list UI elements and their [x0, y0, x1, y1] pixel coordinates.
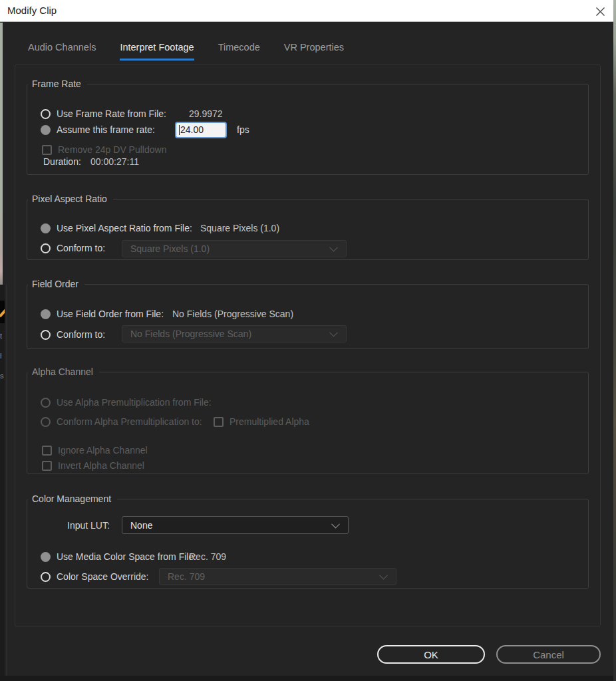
- text-caret: [179, 125, 180, 135]
- tab-timecode[interactable]: Timecode: [218, 42, 260, 61]
- dialog-title: Modify Clip: [7, 5, 57, 16]
- use-par-from-file-label: Use Pixel Aspect Ratio from File:: [57, 223, 200, 233]
- use-alpha-premult-from-file-radio: [41, 398, 51, 408]
- ignore-alpha-checkbox: [42, 446, 52, 456]
- close-button[interactable]: [592, 3, 608, 19]
- pixel-aspect-ratio-group-title: Pixel Aspect Ratio: [28, 194, 113, 204]
- background-window-sliver-left: [0, 23, 3, 285]
- invert-alpha-label: Invert Alpha Channel: [58, 460, 144, 471]
- field-order-conform-dropdown: No Fields (Progressive Scan): [122, 325, 347, 342]
- color-space-override-dropdown-value: Rec. 709: [168, 571, 205, 582]
- par-conform-dropdown: Square Pixels (1.0): [122, 240, 347, 257]
- dialog-titlebar: Modify Clip: [0, 0, 613, 22]
- invert-alpha-checkbox: [42, 461, 52, 471]
- use-alpha-premult-from-file-label: Use Alpha Premultiplication from File:: [57, 397, 212, 408]
- background-text-fragment: t: [0, 333, 5, 340]
- chevron-down-icon: [379, 571, 388, 580]
- field-order-conform-dropdown-value: No Fields (Progressive Scan): [130, 329, 251, 339]
- chevron-down-icon: [329, 243, 338, 252]
- fps-label: fps: [237, 124, 249, 135]
- background-window-sliver-right: [613, 0, 616, 681]
- field-order-group-title: Field Order: [28, 279, 84, 289]
- assume-frame-rate-label: Assume this frame rate:: [57, 124, 175, 135]
- alpha-channel-group-title: Alpha Channel: [28, 366, 99, 377]
- close-icon: [595, 7, 605, 17]
- input-lut-dropdown-value: None: [130, 520, 152, 531]
- color-management-group: Color Management Input LUT: None Use Med…: [27, 493, 589, 589]
- frame-rate-input-value: 24.00: [180, 124, 204, 135]
- chevron-down-icon: [329, 329, 338, 337]
- par-from-file-value: Square Pixels (1.0): [200, 223, 279, 233]
- use-media-color-space-radio[interactable]: [41, 552, 51, 562]
- frame-rate-group: Frame Rate Use Frame Rate from File: 29.…: [27, 78, 589, 175]
- background-text-fragment: s: [0, 372, 5, 380]
- field-order-group: Field Order Use Field Order from File: N…: [27, 279, 589, 349]
- par-conform-radio[interactable]: [41, 243, 51, 253]
- field-order-conform-radio[interactable]: [41, 330, 51, 340]
- tab-vr-properties[interactable]: VR Properties: [284, 42, 344, 61]
- color-space-override-radio[interactable]: [41, 572, 51, 582]
- tab-bar: Audio Channels Interpret Footage Timecod…: [28, 42, 344, 61]
- color-management-group-title: Color Management: [28, 493, 117, 504]
- frame-rate-from-file-value: 29.9972: [189, 108, 223, 119]
- chevron-down-icon: [331, 519, 340, 528]
- background-text-fragment: l: [0, 352, 5, 360]
- dialog-left-edge: [6, 285, 7, 676]
- ok-button[interactable]: OK: [377, 645, 485, 664]
- frame-rate-group-title: Frame Rate: [28, 78, 87, 89]
- clip-thumbnail-fragment: [0, 301, 5, 323]
- par-conform-label: Conform to:: [57, 243, 105, 253]
- use-frame-rate-from-file-label: Use Frame Rate from File:: [57, 108, 189, 119]
- premultiplied-alpha-checkbox: [214, 417, 224, 427]
- background-panel-sliver-left: t l s: [0, 285, 5, 681]
- remove-pulldown-label: Remove 24p DV Pulldown: [58, 144, 166, 155]
- field-order-conform-label: Conform to:: [57, 329, 105, 340]
- ignore-alpha-label: Ignore Alpha Channel: [58, 445, 148, 456]
- field-order-from-file-value: No Fields (Progressive Scan): [172, 309, 293, 319]
- par-conform-dropdown-value: Square Pixels (1.0): [130, 243, 210, 254]
- tab-interpret-footage[interactable]: Interpret Footage: [120, 42, 194, 61]
- pixel-aspect-ratio-group: Pixel Aspect Ratio Use Pixel Aspect Rati…: [27, 194, 589, 260]
- use-field-order-from-file-label: Use Field Order from File:: [57, 309, 172, 319]
- use-media-color-space-label: Use Media Color Space from File:: [57, 551, 189, 562]
- use-field-order-from-file-radio[interactable]: [41, 309, 51, 319]
- media-color-space-value: Rec. 709: [189, 551, 226, 562]
- alpha-channel-group: Alpha Channel Use Alpha Premultiplicatio…: [27, 366, 589, 474]
- color-space-override-label: Color Space Override:: [57, 571, 149, 582]
- frame-rate-input[interactable]: 24.00: [175, 122, 227, 138]
- dialog-bottom-edge: [0, 676, 613, 681]
- input-lut-dropdown[interactable]: None: [122, 516, 349, 534]
- conform-alpha-premult-label: Conform Alpha Premultiplication to:: [57, 416, 214, 427]
- input-lut-label: Input LUT:: [67, 520, 122, 531]
- assume-frame-rate-radio[interactable]: [41, 125, 51, 135]
- color-space-override-dropdown: Rec. 709: [159, 568, 396, 585]
- premultiplied-alpha-label: Premultiplied Alpha: [230, 416, 309, 427]
- duration-value: 00:00:27:11: [90, 156, 139, 167]
- tab-audio-channels[interactable]: Audio Channels: [28, 42, 96, 61]
- use-frame-rate-from-file-radio[interactable]: [41, 109, 51, 119]
- conform-alpha-premult-radio: [41, 417, 51, 427]
- remove-pulldown-checkbox: [42, 145, 52, 155]
- duration-label: Duration:: [43, 156, 90, 167]
- cancel-button[interactable]: Cancel: [496, 645, 601, 664]
- use-par-from-file-radio[interactable]: [41, 223, 51, 233]
